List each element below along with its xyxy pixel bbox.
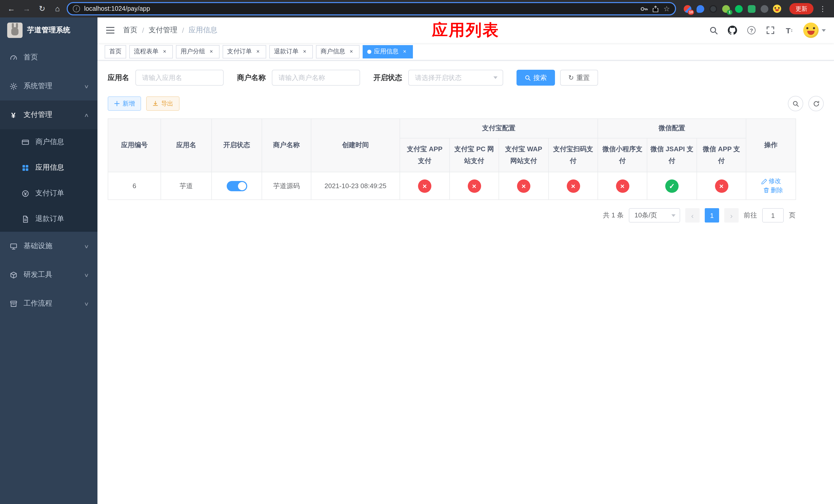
refresh-button[interactable] [808, 96, 824, 111]
share-icon[interactable] [652, 5, 659, 13]
extension-badge: 1 [727, 10, 732, 15]
table-toolbar: 新增 导出 [108, 96, 824, 111]
github-icon[interactable] [727, 25, 738, 36]
bookmark-star-icon[interactable]: ☆ [663, 5, 670, 13]
tab-home[interactable]: 首页 [105, 45, 126, 58]
status-label: 开启状态 [373, 73, 402, 82]
font-size-icon[interactable]: T↕ [784, 25, 794, 36]
tab-label: 退款订单 [274, 47, 299, 56]
tab-refund-order[interactable]: 退款订单 × [269, 45, 313, 58]
edit-button[interactable]: 修改 [761, 177, 781, 186]
breadcrumb-payment[interactable]: 支付管理 [149, 26, 177, 35]
extension-badge: 10 [688, 10, 694, 15]
add-button[interactable]: 新增 [108, 96, 141, 111]
merchant-name-input[interactable] [272, 70, 360, 86]
navbar-actions: ? T↕ [708, 23, 826, 38]
sidebar-item-workflow[interactable]: 工作流程 ∨ [0, 289, 97, 318]
close-icon[interactable]: × [348, 48, 355, 55]
page-number-button[interactable]: 1 [705, 208, 719, 223]
browser-update-button[interactable]: 更新 [789, 3, 813, 14]
search-icon[interactable] [708, 25, 719, 36]
tab-app-info[interactable]: 应用信息 × [363, 45, 413, 58]
sidebar-item-refund-order[interactable]: 退款订单 [0, 206, 97, 232]
site-info-icon[interactable]: i [73, 5, 80, 12]
tab-label: 应用信息 [374, 47, 398, 56]
address-bar[interactable]: i localhost:1024/pay/app ☆ [67, 2, 676, 15]
gear-icon [9, 82, 18, 90]
extension-icon[interactable] [733, 4, 744, 14]
browser-menu-icon[interactable]: ⋮ [816, 3, 829, 15]
status-select-placeholder: 请选择开启状态 [415, 73, 462, 82]
chevron-down-icon: ∨ [84, 301, 89, 306]
pagination: 共 1 条 10条/页 ‹ 1 › 前往 页 [108, 208, 795, 223]
tab-merchant-info[interactable]: 商户信息 × [316, 45, 359, 58]
chevron-down-icon [822, 29, 826, 31]
page-size-select[interactable]: 10条/页 [629, 208, 680, 223]
extension-icon[interactable]: 10 [682, 4, 693, 14]
col-header-alipay-app: 支付宝 APP 支付 [400, 138, 449, 172]
forward-icon[interactable]: → [21, 3, 33, 15]
extension-icon[interactable]: 1 [721, 4, 731, 14]
sidebar-item-dev-tools[interactable]: 研发工具 ∨ [0, 260, 97, 289]
back-icon[interactable]: ← [5, 3, 18, 15]
breadcrumb-current: 应用信息 [189, 26, 218, 35]
tab-user-group[interactable]: 用户分组 × [176, 45, 220, 58]
next-page-button[interactable]: › [724, 208, 739, 223]
status-select[interactable]: 请选择开启状态 [408, 70, 503, 86]
col-header-alipay-qr: 支付宝扫码支付 [549, 138, 598, 172]
sidebar-item-home[interactable]: 首页 [0, 43, 97, 72]
extension-icon[interactable] [708, 4, 718, 14]
app-name-label: 应用名 [108, 73, 129, 82]
user-menu[interactable] [803, 23, 826, 38]
document-icon [22, 215, 29, 223]
sidebar-item-pay-order[interactable]: 支付订单 [0, 181, 97, 206]
toggle-search-button[interactable] [788, 96, 803, 111]
close-icon[interactable]: × [401, 48, 408, 55]
extension-icon[interactable] [759, 4, 769, 14]
goto-page-input[interactable] [762, 208, 784, 223]
extension-icon[interactable] [746, 4, 756, 14]
export-button[interactable]: 导出 [146, 96, 179, 111]
sidebar-item-app-info[interactable]: 应用信息 [0, 155, 97, 181]
home-icon[interactable]: ⌂ [51, 3, 64, 15]
prev-page-button[interactable]: ‹ [685, 208, 700, 223]
delete-button[interactable]: 删除 [763, 186, 783, 194]
fullscreen-icon[interactable] [765, 25, 775, 36]
col-header-alipay-pc: 支付宝 PC 网站支付 [449, 138, 499, 172]
toolbox-icon [9, 271, 18, 279]
close-icon[interactable]: × [208, 48, 215, 55]
tab-pay-order[interactable]: 支付订单 × [223, 45, 266, 58]
chevron-down-icon: ∨ [84, 272, 89, 278]
status-toggle[interactable] [226, 181, 247, 191]
sidebar-item-system[interactable]: 系统管理 ∨ [0, 72, 97, 100]
reload-icon[interactable]: ↻ [36, 3, 48, 15]
app-name-input[interactable] [135, 70, 224, 86]
search-button[interactable]: 搜索 [517, 70, 555, 86]
tab-process-form[interactable]: 流程表单 × [129, 45, 173, 58]
help-icon[interactable]: ? [746, 25, 756, 36]
extension-icon[interactable] [772, 4, 782, 14]
merchant-name-label: 商户名称 [237, 73, 266, 82]
sidebar-item-merchant-info[interactable]: 商户信息 [0, 129, 97, 155]
cell-app-id: 6 [108, 172, 161, 200]
breadcrumb-home[interactable]: 首页 [123, 26, 137, 35]
extension-icon[interactable] [695, 4, 705, 14]
sidebar: 芋道管理系统 首页 系统管理 ∨ ¥ 支付管理 ∧ [0, 18, 97, 504]
col-header-wechat-app: 微信 APP 支付 [697, 138, 746, 172]
app-logo[interactable]: 芋道管理系统 [0, 18, 97, 43]
password-key-icon[interactable] [640, 5, 648, 13]
close-icon[interactable]: × [161, 48, 168, 55]
filter-form: 应用名 商户名称 开启状态 请选择开启状态 [108, 70, 824, 86]
cell-created: 2021-10-23 08:49:25 [311, 172, 400, 200]
sidebar-item-payment[interactable]: ¥ 支付管理 ∧ [0, 100, 97, 129]
sidebar-item-label: 应用信息 [36, 163, 64, 172]
col-header-actions: 操作 [746, 119, 796, 172]
sidebar-item-infrastructure[interactable]: 基础设施 ∨ [0, 232, 97, 260]
tab-label: 首页 [109, 47, 122, 56]
col-header-status: 开启状态 [212, 119, 262, 172]
reset-button[interactable]: ↻ 重置 [560, 70, 598, 86]
close-icon[interactable]: × [255, 48, 262, 55]
close-icon[interactable]: × [301, 48, 308, 55]
table-row: 6 芋道 芋道源码 2021-10-23 08:49:25 × × × × × [108, 172, 796, 200]
sidebar-toggle-icon[interactable] [106, 25, 116, 36]
